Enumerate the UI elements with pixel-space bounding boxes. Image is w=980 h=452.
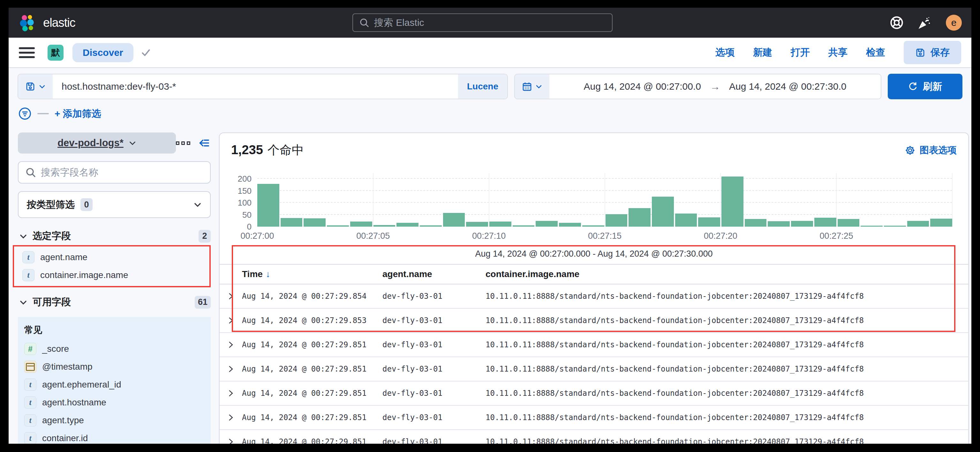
histogram-bar[interactable]	[838, 219, 860, 227]
header-center	[75, 13, 890, 32]
selected-fields-header[interactable]: 选定字段 2	[18, 229, 211, 243]
histogram-bar[interactable]	[536, 221, 558, 227]
histogram-bar[interactable]	[698, 217, 720, 227]
date-start[interactable]: Aug 14, 2024 @ 00:27:00.0	[584, 81, 701, 92]
table-row[interactable]: Aug 14, 2024 @ 00:27:29.851 dev-fly-03-0…	[220, 382, 968, 406]
table-row[interactable]: Aug 14, 2024 @ 00:27:29.851 dev-fly-03-0…	[220, 333, 968, 357]
histogram-bar[interactable]	[374, 225, 396, 227]
histogram-bar[interactable]	[768, 221, 790, 227]
table-row[interactable]: Aug 14, 2024 @ 00:27:29.854 dev-fly-03-0…	[220, 285, 968, 309]
selected-fields-count: 2	[199, 230, 211, 243]
field-name: container.image.name	[40, 270, 128, 280]
histogram-bar[interactable]	[304, 218, 326, 227]
field-list-item[interactable]: t container.id	[22, 429, 206, 444]
expand-row-icon[interactable]	[227, 389, 235, 398]
histogram-bar[interactable]	[652, 197, 674, 227]
sort-desc-icon[interactable]: ↓	[266, 269, 270, 279]
screenshot-stage: elastic	[0, 0, 980, 452]
column-header-agent-name[interactable]: agent.name	[382, 269, 485, 279]
expand-row-icon[interactable]	[227, 292, 235, 300]
y-tick-label: 50	[242, 211, 251, 219]
x-tick-label: 00:27:25	[820, 231, 853, 241]
histogram-bar[interactable]	[628, 208, 651, 227]
histogram-bar[interactable]	[675, 213, 697, 227]
histogram-bar[interactable]	[559, 223, 581, 227]
histogram-bar[interactable]	[745, 219, 767, 227]
field-list-item[interactable]: t agent.type	[22, 411, 206, 429]
newsfeed-icon[interactable]	[918, 16, 932, 30]
field-list-item[interactable]: t agent.name	[18, 250, 211, 265]
table-row[interactable]: Aug 14, 2024 @ 00:27:29.851 dev-fly-03-0…	[220, 406, 968, 430]
table-row[interactable]: Aug 14, 2024 @ 00:27:29.851 dev-fly-03-0…	[220, 357, 968, 382]
expand-row-icon[interactable]	[227, 341, 235, 349]
table-row[interactable]: Aug 14, 2024 @ 00:27:29.851 dev-fly-03-0…	[220, 430, 968, 444]
cell-container-image-name: 10.11.0.11:8888/standard/nts-backend-fou…	[485, 340, 968, 349]
filter-by-type[interactable]: 按类型筛选 0	[18, 191, 211, 218]
column-header-time[interactable]: Time↓	[242, 269, 382, 279]
breadcrumb-discover[interactable]: Discover	[72, 43, 134, 62]
histogram-bar[interactable]	[350, 221, 372, 227]
expand-row-icon[interactable]	[227, 316, 235, 325]
field-list-item[interactable]: # _score	[22, 340, 206, 358]
column-header-container-image-name[interactable]: container.image.name	[485, 269, 968, 279]
histogram-bar[interactable]	[513, 225, 535, 227]
nav-link[interactable]: 检查	[866, 46, 885, 59]
saved-query-menu[interactable]	[18, 74, 52, 99]
nav-link[interactable]: 选项	[715, 46, 735, 59]
field-settings-icon[interactable]	[176, 142, 190, 145]
histogram-bar[interactable]	[443, 213, 465, 227]
collapse-sidebar-icon[interactable]	[198, 137, 211, 150]
table-row[interactable]: Aug 14, 2024 @ 00:27:29.853 dev-fly-03-0…	[220, 309, 968, 333]
date-picker-menu[interactable]	[515, 74, 549, 99]
date-end[interactable]: Aug 14, 2024 @ 00:27:30.0	[729, 81, 846, 92]
field-list-item[interactable]: t agent.hostname	[22, 393, 206, 411]
histogram-bar[interactable]	[721, 177, 743, 227]
menu-icon[interactable]	[19, 47, 35, 58]
nav-link[interactable]: 新建	[753, 46, 772, 59]
expand-row-icon[interactable]	[227, 438, 235, 444]
available-fields-header[interactable]: 可用字段 61	[18, 296, 211, 309]
query-input[interactable]	[52, 81, 458, 92]
nav-link[interactable]: 打开	[791, 46, 810, 59]
results-section: Aug 14, 2024 @ 00:27:00.000 - Aug 14, 20…	[220, 245, 968, 444]
histogram-bar[interactable]	[582, 225, 604, 227]
field-list-item[interactable]: t agent.ephemeral_id	[22, 376, 206, 393]
histogram-bar[interactable]	[396, 223, 418, 227]
histogram-bar[interactable]	[327, 225, 349, 227]
histogram-bar[interactable]	[489, 221, 511, 227]
histogram-bar[interactable]	[257, 184, 279, 227]
histogram-bar[interactable]	[606, 214, 628, 227]
space-badge[interactable]: 默	[48, 45, 64, 60]
histogram-bar[interactable]	[930, 219, 952, 227]
query-language-toggle[interactable]: Lucene	[458, 74, 507, 99]
cell-agent-name: dev-fly-03-01	[382, 413, 485, 422]
histogram-bar[interactable]	[791, 221, 813, 227]
histogram-bar[interactable]	[884, 226, 906, 227]
help-icon[interactable]	[890, 16, 904, 30]
save-button[interactable]: 保存	[904, 41, 961, 64]
global-search-input[interactable]	[374, 17, 606, 28]
refresh-button[interactable]: 刷新	[888, 74, 963, 99]
data-view-selector[interactable]: dev-pod-logs*	[18, 132, 176, 154]
nav-link[interactable]: 共享	[828, 46, 848, 59]
histogram-bar[interactable]	[861, 226, 883, 227]
user-avatar[interactable]: e	[946, 15, 962, 31]
expand-row-icon[interactable]	[227, 413, 235, 422]
histogram-bar[interactable]	[466, 222, 488, 227]
histogram-bar[interactable]	[420, 225, 442, 227]
add-filter-button[interactable]: + 添加筛选	[54, 107, 101, 120]
field-name: agent.name	[40, 252, 88, 263]
field-list-item[interactable]: @timestamp	[22, 358, 206, 376]
field-list-item[interactable]: t container.image.name	[18, 267, 211, 283]
histogram-bar[interactable]	[815, 218, 836, 227]
histogram-bar[interactable]	[281, 218, 302, 227]
histogram-bar[interactable]	[907, 221, 929, 227]
expand-row-icon[interactable]	[227, 365, 235, 373]
y-tick-label: 0	[247, 223, 251, 231]
global-search[interactable]	[352, 13, 612, 32]
elastic-logo[interactable]: elastic	[18, 13, 75, 33]
field-search-input[interactable]	[41, 167, 203, 178]
filter-set-icon[interactable]	[18, 107, 32, 120]
chart-options-button[interactable]: 图表选项	[905, 144, 957, 157]
field-search[interactable]	[18, 161, 211, 183]
